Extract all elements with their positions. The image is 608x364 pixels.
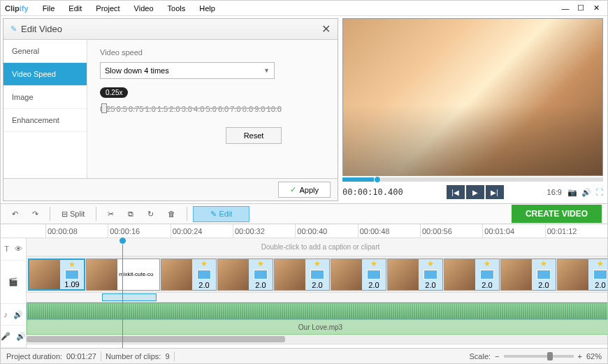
- timeline-clip[interactable]: ★2.0: [161, 259, 217, 291]
- speed-dropdown[interactable]: Slow down 4 times ▼: [100, 62, 275, 79]
- video-track[interactable]: ★1.09mixkit-cute-co★2.0★2.0★2.0★2.0★2.0★…: [27, 256, 607, 293]
- crop-button[interactable]: ⧉: [122, 207, 139, 221]
- timeline-scrollbar[interactable]: [27, 335, 607, 344]
- clips-value: 9: [165, 352, 169, 361]
- menubar: Clipify File Edit Project Video Tools He…: [1, 1, 607, 16]
- rotate-button[interactable]: ↻: [142, 207, 159, 221]
- edit-video-panel: ✎ Edit Video ✕ General Video Speed Image…: [3, 18, 338, 201]
- speed-badge: 0.25x: [100, 87, 128, 98]
- time-ruler[interactable]: 00:00:0800:00:1600:00:2400:00:3200:00:40…: [1, 224, 607, 238]
- app-logo: Clipify: [5, 4, 29, 13]
- timeline-clip[interactable]: ★2.0: [331, 259, 386, 291]
- create-video-button[interactable]: CREATE VIDEO: [512, 205, 602, 223]
- timeline-clip[interactable]: ★1.09: [28, 259, 85, 291]
- caption-track[interactable]: Double-click to add a caption or clipart: [27, 238, 607, 256]
- menu-help[interactable]: Help: [194, 3, 221, 14]
- visibility-icon[interactable]: 👁: [15, 245, 22, 253]
- timeline-clip[interactable]: ★2.0: [444, 259, 500, 291]
- fullscreen-icon[interactable]: ⛶: [595, 188, 603, 197]
- menu-project[interactable]: Project: [90, 3, 125, 14]
- clips-label: Number of clips:: [106, 352, 161, 361]
- audio-track[interactable]: [27, 303, 607, 319]
- tab-image[interactable]: Image: [3, 86, 87, 109]
- snapshot-icon[interactable]: 📷: [567, 188, 577, 197]
- text-track-icon[interactable]: T: [4, 245, 9, 253]
- section-label: Video speed: [100, 48, 325, 57]
- timeline-clip[interactable]: ★2.0: [557, 259, 607, 291]
- menu-edit[interactable]: Edit: [63, 3, 87, 14]
- duration-value: 00:01:27: [66, 352, 96, 361]
- timecode: 00:00:10.400: [342, 187, 403, 197]
- reset-button[interactable]: Reset: [226, 127, 282, 144]
- zoom-out-button[interactable]: −: [495, 352, 499, 361]
- timeline: 00:00:0800:00:1600:00:2400:00:3200:00:40…: [1, 224, 607, 348]
- timeline-clip[interactable]: mixkit-cute-co: [86, 259, 160, 291]
- chevron-down-icon: ▼: [263, 67, 270, 74]
- maximize-button[interactable]: ☐: [574, 3, 588, 14]
- mic-track-icon[interactable]: 🎤: [1, 332, 10, 341]
- volume-icon[interactable]: 🔊: [581, 188, 591, 197]
- apply-button[interactable]: ✓ Apply: [278, 182, 331, 198]
- tab-general[interactable]: General: [3, 40, 87, 63]
- panel-close-button[interactable]: ✕: [321, 22, 331, 36]
- timeline-clip[interactable]: ★2.0: [387, 259, 443, 291]
- menu-file[interactable]: File: [37, 3, 61, 14]
- duration-label: Project duration:: [6, 352, 62, 361]
- timeline-clip[interactable]: ★2.0: [217, 259, 273, 291]
- redo-button[interactable]: ↷: [27, 207, 44, 221]
- playhead[interactable]: [122, 238, 123, 348]
- check-icon: ✓: [290, 185, 296, 194]
- preview-panel: 00:00:10.400 |◀ ▶ ▶| 16:9 📷 🔊 ⛶: [340, 16, 607, 203]
- play-button[interactable]: ▶: [466, 185, 484, 199]
- delete-button[interactable]: 🗑: [162, 207, 181, 221]
- minimize-button[interactable]: —: [558, 3, 572, 14]
- panel-title: Edit Video: [21, 24, 62, 34]
- aspect-ratio: 16:9: [547, 188, 562, 196]
- slider-handle[interactable]: [101, 103, 107, 113]
- zoom-in-button[interactable]: +: [578, 352, 582, 361]
- next-frame-button[interactable]: ▶|: [486, 185, 504, 199]
- selection-track[interactable]: [27, 293, 607, 303]
- speed-slider[interactable]: 0.250.50.751.01.52.03.04.05.06.07.08.09.…: [100, 105, 282, 119]
- speaker-icon[interactable]: 🔊: [13, 310, 23, 319]
- menu-video[interactable]: Video: [129, 3, 159, 14]
- tab-enhancement[interactable]: Enhancement: [3, 109, 87, 132]
- menu-tools[interactable]: Tools: [162, 3, 191, 14]
- seek-bar[interactable]: [342, 177, 603, 182]
- edit-tabs: General Video Speed Image Enhancement: [3, 40, 87, 178]
- cut-button[interactable]: ✂: [102, 207, 120, 221]
- zoom-slider[interactable]: [504, 355, 574, 358]
- toolbar: ↶ ↷ ⊟ Split ✂ ⧉ ↻ 🗑 ✎ Edit CREATE VIDEO: [1, 203, 607, 224]
- tab-video-speed[interactable]: Video Speed: [3, 63, 87, 86]
- split-button[interactable]: ⊟ Split: [56, 207, 90, 221]
- undo-button[interactable]: ↶: [6, 207, 24, 221]
- zoom-value: 62%: [586, 352, 602, 361]
- timeline-clip[interactable]: ★2.0: [274, 259, 330, 291]
- edit-button[interactable]: ✎ Edit: [193, 206, 249, 222]
- prev-frame-button[interactable]: |◀: [447, 185, 465, 199]
- scale-label: Scale:: [470, 352, 491, 361]
- audio-track-icon[interactable]: ♪: [3, 310, 8, 319]
- preview-viewport[interactable]: [342, 18, 603, 176]
- video-track-icon[interactable]: 🎬: [8, 277, 18, 286]
- close-button[interactable]: ✕: [589, 3, 603, 14]
- speaker-icon[interactable]: 🔊: [16, 332, 26, 341]
- statusbar: Project duration: 00:01:27 Number of cli…: [1, 348, 607, 363]
- timeline-clip[interactable]: ★2.0: [500, 259, 556, 291]
- edit-icon: ✎: [10, 24, 17, 34]
- music-track[interactable]: Our Love.mp3: [27, 319, 607, 335]
